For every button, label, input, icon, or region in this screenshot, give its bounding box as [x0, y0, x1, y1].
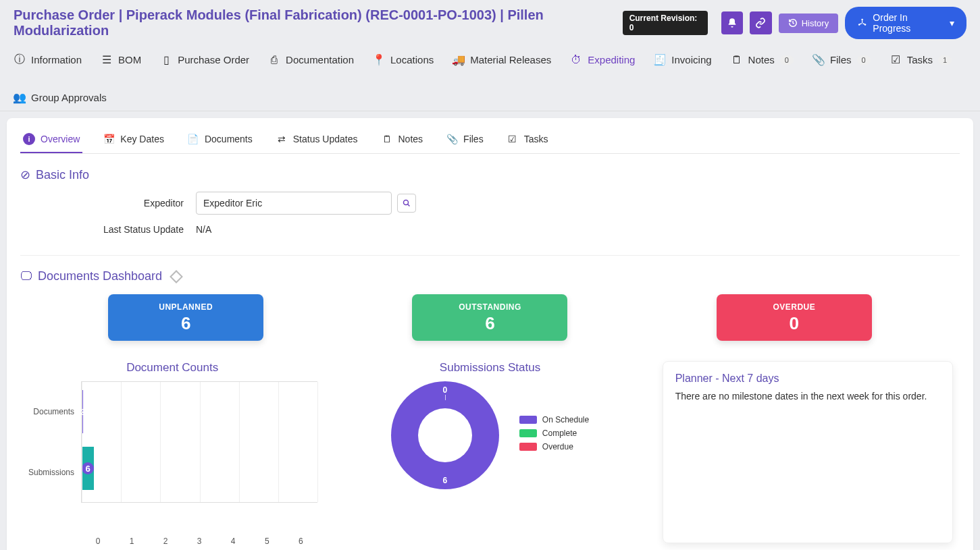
tab-purchase-order[interactable]: ▯ Purchase Order: [160, 51, 249, 69]
xtick: 4: [216, 537, 250, 546]
search-icon: [403, 199, 411, 207]
note-icon: 🗒: [381, 133, 393, 145]
tab-bom[interactable]: ☰ BOM: [101, 51, 141, 69]
subtab-documents[interactable]: 📄 Documents: [184, 129, 255, 153]
section-basic-info: ⊘ Basic Info: [20, 167, 960, 182]
label-expeditor: Expeditor: [20, 198, 196, 209]
kpi-outstanding[interactable]: OUTSTANDING 6: [412, 294, 567, 341]
tab-locations[interactable]: 📍 Locations: [373, 51, 434, 69]
chart-document-counts: Document Counts Documents Submissions 2 …: [27, 361, 317, 550]
subtab-notes[interactable]: 🗒 Notes: [378, 129, 426, 153]
donut-chart: 0 6: [391, 381, 499, 489]
label-last-status: Last Status Update: [20, 224, 196, 235]
tab-expediting[interactable]: ⏱ Expediting: [570, 51, 635, 69]
monitor-icon: 🖵: [20, 269, 32, 283]
tab-material-releases[interactable]: 🚚 Material Releases: [453, 51, 551, 69]
chart-submissions-status: Submissions Status 0 6 On Schedule Compl…: [344, 361, 635, 489]
planner-card: Planner - Next 7 days There are no miles…: [663, 361, 953, 543]
clock-fast-icon: ⏱: [570, 54, 582, 66]
molecule-icon: [857, 18, 867, 28]
order-status-label: Order In Progress: [873, 12, 944, 34]
info-icon: ⓘ: [14, 53, 26, 67]
xtick: 1: [115, 537, 149, 546]
tab-notes[interactable]: 🗒 Notes 0: [731, 51, 794, 69]
tab-information[interactable]: ⓘ Information: [14, 50, 82, 70]
svg-point-0: [861, 19, 863, 21]
planner-body: There are no milestone dates in the next…: [675, 390, 940, 404]
tab-files[interactable]: 📎 Files 0: [813, 51, 871, 69]
svg-point-3: [404, 200, 409, 205]
bar-axis-label: Submissions: [28, 468, 74, 477]
alert-circle-icon: ⊘: [20, 167, 30, 182]
section-documents-dashboard: 🖵 Documents Dashboard: [20, 269, 960, 283]
main-tabs: ⓘ Information ☰ BOM ▯ Purchase Order ⎙ D…: [0, 46, 980, 111]
pin-icon: 📍: [373, 53, 385, 66]
document-icon: 📄: [187, 133, 199, 145]
history-button[interactable]: History: [779, 13, 838, 33]
tab-invoicing[interactable]: 🧾 Invoicing: [654, 51, 711, 69]
xtick: 5: [250, 537, 284, 546]
kpi-overdue[interactable]: OVERDUE 0: [717, 294, 872, 341]
planner-title: Planner - Next 7 days: [675, 373, 940, 385]
order-status-button[interactable]: Order In Progress ▾: [845, 7, 966, 39]
diamond-icon: [170, 270, 183, 283]
chevron-down-icon: ▾: [950, 18, 954, 28]
tab-tasks[interactable]: ☑ Tasks 1: [889, 51, 952, 69]
receipt-icon: 🧾: [654, 53, 666, 66]
book-icon: ▯: [160, 53, 172, 66]
subtab-files[interactable]: 📎 Files: [443, 129, 486, 153]
bell-icon[interactable]: [721, 11, 744, 34]
tab-group-approvals[interactable]: 👥 Group Approvals: [14, 88, 107, 107]
notes-count: 0: [780, 55, 794, 65]
xtick: 2: [149, 537, 182, 546]
donut-legend: On Schedule Complete Overdue: [519, 415, 589, 456]
expeditor-input[interactable]: [196, 192, 392, 215]
box-icon: ⎙: [268, 54, 280, 66]
link-icon[interactable]: [750, 11, 772, 34]
paperclip-icon: 📎: [446, 133, 458, 145]
group-icon: 👥: [14, 91, 26, 104]
truck-icon: 🚚: [453, 53, 465, 66]
bar-axis-label: Documents: [33, 407, 74, 416]
tasks-count: 1: [938, 55, 952, 65]
subtab-tasks[interactable]: ☑ Tasks: [504, 129, 551, 153]
swap-icon: ⇄: [276, 133, 288, 145]
subtab-overview[interactable]: i Overview: [20, 129, 82, 153]
checklist-icon: ☑: [507, 133, 519, 145]
tab-documentation[interactable]: ⎙ Documentation: [268, 51, 354, 69]
note-icon: 🗒: [731, 54, 743, 66]
checklist-icon: ☑: [889, 53, 902, 66]
value-last-status: N/A: [196, 224, 211, 235]
expeditor-lookup-button[interactable]: [397, 194, 416, 213]
sub-tabs: i Overview 📅 Key Dates 📄 Documents ⇄ Sta…: [20, 125, 960, 154]
calendar-icon: 📅: [103, 133, 115, 145]
xtick: 6: [284, 537, 317, 546]
files-count: 0: [857, 55, 871, 65]
xtick: 0: [81, 537, 115, 546]
paperclip-icon: 📎: [813, 53, 825, 66]
history-label: History: [802, 18, 829, 28]
info-icon: i: [23, 133, 35, 145]
kpi-unplanned[interactable]: UNPLANNED 6: [108, 294, 263, 341]
subtab-status-updates[interactable]: ⇄ Status Updates: [273, 129, 361, 153]
subtab-key-dates[interactable]: 📅 Key Dates: [100, 129, 167, 153]
page-title: Purchase Order | Piperack Modules (Final…: [14, 7, 616, 38]
xtick: 3: [182, 537, 216, 546]
list-icon: ☰: [101, 53, 113, 66]
revision-badge: Current Revision: 0: [623, 11, 708, 35]
